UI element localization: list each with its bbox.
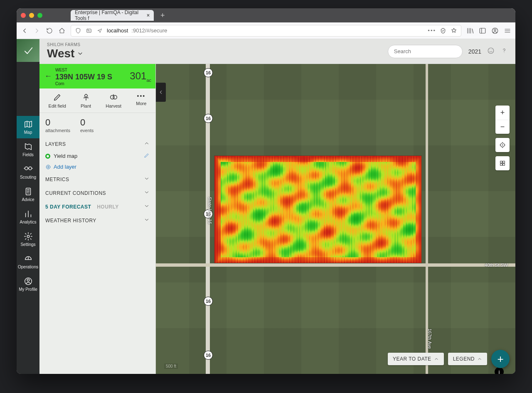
attachments-stat[interactable]: 0 attachments	[45, 117, 70, 133]
events-stat[interactable]: 0 events	[80, 117, 94, 133]
layer-visibility-icon[interactable]	[45, 154, 50, 159]
history-title: WEATHER HISTORY	[45, 218, 96, 224]
chevron-up-icon	[144, 140, 150, 147]
yield-map-overlay	[214, 155, 422, 263]
location-arrow-icon	[96, 27, 103, 34]
svg-rect-17	[503, 164, 505, 166]
field-stats: 0 attachments 0 events	[39, 113, 155, 137]
nav-profile[interactable]: My Profile	[17, 273, 39, 295]
reload-icon[interactable]	[46, 27, 53, 34]
year-selector[interactable]: 2021	[468, 48, 481, 55]
plant-button[interactable]: Plant	[81, 93, 91, 108]
back-button[interactable]: ←	[44, 72, 52, 81]
reader-icon[interactable]	[439, 27, 447, 34]
zoom-in-button[interactable]: +	[495, 106, 510, 120]
field-header: ← WEST 139N 105W 19 S Corn 301ac	[39, 64, 155, 88]
window-controls	[21, 13, 42, 18]
layers-section-header[interactable]: LAYERS	[39, 137, 155, 151]
shield-icon	[74, 27, 82, 34]
url-field[interactable]: localhost:9012/#/secure •••	[71, 25, 461, 37]
attachments-count: 0	[45, 117, 70, 128]
close-window-button[interactable]	[21, 13, 26, 18]
nav-settings[interactable]: Settings	[17, 228, 39, 251]
more-button[interactable]: ••• More	[136, 93, 146, 108]
plant-label: Plant	[81, 103, 91, 108]
metrics-section-header[interactable]: METRICS	[39, 172, 155, 186]
road-east	[426, 64, 428, 374]
close-tab-icon[interactable]: ×	[147, 12, 150, 18]
svg-rect-16	[500, 164, 502, 166]
svg-rect-1	[480, 28, 485, 33]
history-section-header[interactable]: WEATHER HISTORY	[39, 214, 155, 227]
highway-shield: 16	[204, 114, 213, 123]
titlebar: Enterprise | FarmQA - Digital Tools f × …	[17, 8, 515, 22]
conditions-section-header[interactable]: CURRENT CONDITIONS	[39, 186, 155, 200]
nav-scouting[interactable]: Scouting	[17, 161, 39, 183]
nav-analytics-label: Analytics	[20, 220, 36, 224]
map-scale: 500 ft	[164, 364, 178, 369]
maximize-window-button[interactable]	[37, 13, 42, 18]
nav-analytics[interactable]: Analytics	[17, 206, 39, 228]
left-nav-rail: Map Fields Scouting Rx Advice Analytics …	[17, 39, 39, 374]
search-input[interactable]	[388, 45, 463, 58]
edit-field-label: Edit field	[49, 103, 66, 108]
nav-profile-label: My Profile	[19, 287, 37, 292]
area-selector[interactable]: West	[47, 47, 84, 60]
nav-map[interactable]: Map	[17, 116, 39, 138]
nav-operations[interactable]: Operations	[17, 251, 39, 273]
browser-window: Enterprise | FarmQA - Digital Tools f × …	[17, 8, 515, 374]
help-icon[interactable]	[500, 47, 508, 56]
nav-settings-label: Settings	[20, 242, 35, 247]
highway-shield: 16	[204, 351, 213, 360]
year-to-date-button[interactable]: YEAR TO DATE	[388, 353, 444, 365]
bookmark-star-icon[interactable]	[450, 27, 458, 34]
map-info-button[interactable]: i	[495, 367, 504, 374]
legend-button[interactable]: LEGEND	[448, 353, 487, 365]
nav-advice[interactable]: Rx Advice	[17, 183, 39, 206]
road-label-east: 40th St SW	[485, 263, 508, 268]
nav-map-label: Map	[24, 130, 32, 135]
app-logo[interactable]	[17, 39, 39, 62]
collapse-panel-button[interactable]	[156, 83, 166, 102]
edit-layer-icon[interactable]	[144, 152, 150, 160]
chevron-down-icon	[144, 176, 150, 183]
new-tab-button[interactable]: +	[157, 11, 168, 20]
svg-rect-14	[500, 161, 502, 163]
library-icon[interactable]	[466, 27, 474, 34]
road-label-south: 167th Ave	[427, 329, 432, 349]
app-shell: Map Fields Scouting Rx Advice Analytics …	[17, 39, 515, 374]
forecast-hourly[interactable]: HOURLY	[97, 204, 119, 210]
account-icon[interactable]	[491, 27, 499, 34]
minimize-window-button[interactable]	[29, 13, 34, 18]
svg-point-11	[488, 48, 494, 54]
layer-label: Yield map	[54, 153, 77, 159]
browser-tab[interactable]: Enterprise | FarmQA - Digital Tools f ×	[71, 10, 154, 21]
add-layer-button[interactable]: Add layer	[39, 161, 155, 172]
zoom-out-button[interactable]: −	[495, 120, 510, 134]
nav-fields[interactable]: Fields	[17, 138, 39, 161]
locate-me-button[interactable]	[495, 138, 510, 152]
nav-back-icon[interactable]	[21, 27, 28, 34]
harvest-button[interactable]: Harvest	[106, 93, 121, 108]
menu-icon[interactable]	[504, 27, 511, 34]
field-region: WEST	[55, 68, 67, 72]
home-icon[interactable]	[58, 27, 66, 34]
feedback-icon[interactable]	[487, 47, 495, 56]
attachments-label: attachments	[45, 128, 70, 133]
org-name: SHILOH FARMS	[47, 42, 84, 47]
layer-yield-map[interactable]: Yield map	[39, 151, 155, 161]
sidebar-icon[interactable]	[479, 27, 486, 34]
svg-point-10	[27, 279, 30, 282]
svg-point-19	[113, 95, 117, 99]
add-fab-button[interactable]: +	[491, 350, 510, 368]
field-name: 139N 105W 19 S	[55, 73, 126, 81]
edit-field-button[interactable]: Edit field	[49, 93, 66, 108]
layers-title: LAYERS	[45, 141, 66, 147]
permissions-icon[interactable]	[85, 27, 93, 34]
chevron-down-icon	[144, 217, 150, 224]
url-more-icon[interactable]: •••	[428, 27, 436, 34]
forecast-section-header[interactable]: 5 DAY FORECAST HOURLY	[39, 200, 155, 214]
forecast-title: 5 DAY FORECAST	[45, 204, 91, 210]
harvest-label: Harvest	[106, 103, 121, 108]
layers-button[interactable]	[495, 156, 510, 170]
